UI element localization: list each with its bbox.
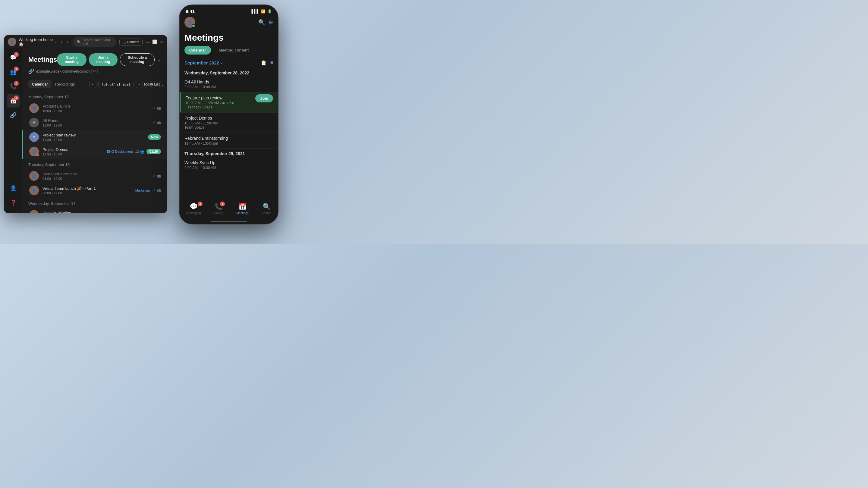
user-avatar-wrapper: 👤 ✓ — [184, 17, 195, 28]
list-view-icon[interactable]: ≡ — [270, 60, 273, 66]
recurrence-icon: ↺ — [152, 174, 155, 178]
phone-meeting-project-demos[interactable]: Project Demos 10:35 AM - 11:00 AM Team S… — [180, 113, 278, 133]
calling-nav-badge: 1 — [220, 201, 225, 206]
calendar-tab[interactable]: Calendar — [28, 80, 52, 88]
phone-calendar-tab[interactable]: Calendar — [184, 46, 211, 55]
recurrence-icon: ↺ — [152, 188, 155, 193]
meeting-name: Sales visualizations — [42, 172, 152, 176]
start-meeting-button[interactable]: Start a meeting — [57, 53, 86, 66]
camera-icon: 📹 — [156, 213, 161, 213]
meetings-nav-icon: 📅 — [239, 203, 247, 210]
sidebar-item-meetings[interactable]: 📅 1 — [7, 94, 20, 107]
link-icon: 🔗 — [28, 68, 34, 74]
meeting-item-sales[interactable]: 👤 Sales visualizations 08:00 - 12:00 ↺ 📹 — [22, 169, 167, 183]
sidebar-item-people[interactable]: 👥 1 — [7, 65, 20, 78]
calendar-bar: Calendar Recordings ‹ Tue, Jan 21, 2021 … — [22, 78, 167, 91]
sidebar: 💬 4 👥 1 📞 1 📅 1 🔗 👤 ❓ — [4, 48, 22, 213]
day-header-wednesday: Wednesday, September 14 — [22, 198, 167, 207]
space-tag-eng[interactable]: ENG Deployment — [107, 150, 133, 153]
phone-meeting-q4[interactable]: Q4 All Hands 9:00 AM - 10:00 AM — [180, 76, 278, 93]
meeting-item[interactable]: 👤 Product Launch 10:00 - 10:30 ↺ 📹 — [22, 101, 167, 116]
status-time: 9:41 — [186, 9, 195, 14]
camera-icon: 📹 — [156, 174, 161, 178]
phone-month-text[interactable]: September 2022 › — [184, 60, 222, 65]
search-icon: 🔍 — [77, 40, 81, 44]
participant-count: 12 👥 — [135, 150, 144, 154]
meeting-item-project-plan[interactable]: M Project plan review 11:30 - 12:00 Now — [22, 130, 167, 144]
recurrence-icon: ↺ — [152, 106, 155, 110]
recordings-tab[interactable]: Recordings — [52, 80, 79, 88]
phone-meeting-weekly-sync[interactable]: Weekly Sync Up 9:00 AM - 10:00 AM — [180, 157, 278, 173]
status-icons: ▌▌▌ 📶 🔋 — [251, 9, 272, 13]
date-prev-button[interactable]: ‹ — [89, 81, 96, 88]
schedule-meeting-button[interactable]: Schedule a meeting — [120, 53, 155, 66]
copy-link-button[interactable]: ⧉ — [91, 69, 98, 74]
phone-join-button[interactable]: Join — [255, 94, 273, 102]
search-nav-icon: 🔍 — [262, 203, 271, 210]
meetings-nav-label: Meetings — [236, 212, 249, 215]
meeting-item-virtual-lunch[interactable]: 👤 Virtual Team Lunch 🎉 - Part 1 08:00 - … — [22, 183, 167, 198]
minimize-button[interactable]: — — [146, 39, 150, 44]
nav-add-button[interactable]: + — [65, 39, 70, 45]
phone-meeting-feature-plan[interactable]: Feature plan review 10:20 AM - 11:20 AM … — [180, 93, 278, 113]
phone-meeting-name: Feature plan review — [185, 96, 234, 100]
meeting-item[interactable]: A All Hands 11:00 - 12:00 ↺ 📹 — [22, 116, 167, 130]
main-content: Meetings Start a meeting Join a meeting … — [22, 48, 167, 213]
desktop-app-window: 👤 Working from home 🏠 ‹ › + 🔍 Search, me… — [4, 35, 167, 213]
space-tag-marketing[interactable]: Marketing — [135, 189, 150, 192]
list-button[interactable]: ≡ List ⌄ — [154, 81, 161, 88]
sidebar-bottom: 👤 ❓ — [7, 182, 20, 210]
nav-item-meetings[interactable]: 📅 Meetings — [236, 203, 249, 215]
close-button[interactable]: ✕ — [160, 39, 163, 44]
calendar-view-icon[interactable]: 📋 — [261, 60, 267, 66]
meeting-info: All Hands 11:00 - 12:00 — [42, 119, 152, 127]
phone-meeting-space: Feedback Space — [185, 105, 234, 109]
phone-day-header-sep29: Thursday, September 29, 2021 — [180, 149, 278, 157]
phone-meeting-name: Rebrand Brainstorming — [184, 136, 273, 141]
camera-icon: 📹 — [156, 106, 161, 110]
meeting-item-usability[interactable]: 👤 Usability Metrics 09:00 - 10:00 ↺ 📹 — [22, 207, 167, 213]
phone-content: 👤 ✓ 🔍 ⊕ Meetings Calendar Meeting conten… — [180, 14, 278, 200]
phone-meeting-content-tab[interactable]: Meeting content — [214, 46, 254, 55]
header-dropdown-button[interactable]: ⌄ — [157, 57, 161, 63]
people-badge: 1 — [14, 67, 19, 71]
nav-item-calling[interactable]: 📞 1 Calling — [214, 203, 223, 215]
recurrence-icon: ↺ — [152, 121, 155, 125]
maximize-button[interactable]: ⬜ — [152, 39, 157, 44]
meeting-info: Project Demos 11:35 - 15:00 — [42, 147, 107, 156]
sidebar-item-contacts[interactable]: 👤 — [7, 182, 20, 195]
meeting-right: Now — [148, 134, 161, 140]
sidebar-item-calls[interactable]: 📞 1 — [7, 80, 20, 93]
search-placeholder: Search, meet, and call — [83, 38, 112, 45]
nav-back-button[interactable]: ‹ — [54, 39, 58, 45]
nav-item-search[interactable]: 🔍 Search — [261, 203, 271, 215]
meeting-name: Product Launch — [42, 104, 152, 108]
date-next-button[interactable]: › — [135, 81, 143, 88]
add-icon[interactable]: ⊕ — [269, 19, 273, 26]
sidebar-item-apps[interactable]: 🔗 — [7, 109, 20, 122]
sidebar-item-messaging[interactable]: 💬 4 — [7, 51, 20, 64]
phone-meeting-name: Q4 All Hands — [184, 79, 273, 84]
meeting-info: Project plan review 11:30 - 12:00 — [42, 133, 148, 141]
search-bar[interactable]: 🔍 Search, meet, and call — [73, 37, 116, 47]
meeting-name: Project Demos — [42, 147, 107, 152]
nav-forward-button[interactable]: › — [60, 39, 64, 45]
meeting-right: Marketing ↺ 📹 — [135, 188, 161, 193]
home-indicator — [211, 221, 247, 222]
nav-item-messaging[interactable]: 💬 3 Messaging — [186, 203, 201, 215]
search-nav-label: Search — [261, 212, 271, 215]
meeting-info: Sales visualizations 08:00 - 12:00 — [42, 172, 152, 181]
phone-meeting-rebrand[interactable]: Rebrand Brainstorming 11:45 AM - 13:45 p… — [180, 133, 278, 149]
meeting-time: 11:00 - 12:00 — [42, 124, 152, 127]
connect-button[interactable]: ⬚ Connect — [119, 38, 143, 45]
user-avatar[interactable]: 👤 — [8, 38, 16, 46]
meeting-item-project-demos[interactable]: 👤 Project Demos 11:35 - 15:00 ENG Deploy… — [22, 144, 167, 159]
phone-status-bar: 9:41 ▌▌▌ 📶 🔋 — [180, 5, 278, 14]
join-meeting-button[interactable]: Join a meeting — [89, 53, 118, 66]
sidebar-item-help[interactable]: ❓ — [7, 196, 20, 209]
meetings-title: Meetings — [28, 56, 57, 64]
phone-month-header: September 2022 › 📋 ≡ — [180, 58, 278, 68]
phone-header: 👤 ✓ 🔍 ⊕ — [180, 14, 278, 31]
search-icon[interactable]: 🔍 — [258, 19, 265, 26]
avatar: 👤 — [29, 186, 39, 195]
